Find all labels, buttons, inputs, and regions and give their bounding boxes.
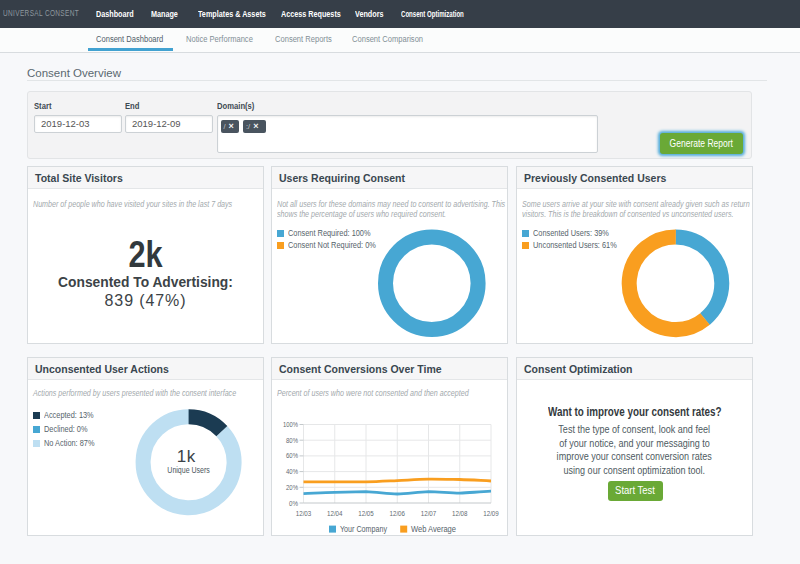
svg-text:Unique Users: Unique Users [167, 465, 210, 475]
svg-text:12/09: 12/09 [483, 509, 499, 518]
svg-text:12/03: 12/03 [296, 509, 312, 518]
svg-text:20%: 20% [286, 483, 298, 492]
svg-text:12/04: 12/04 [327, 509, 343, 518]
svg-text:Web Average: Web Average [411, 524, 456, 534]
svg-text:1k: 1k [177, 447, 196, 466]
svg-text:80%: 80% [286, 436, 298, 445]
svg-text:100%: 100% [283, 420, 298, 429]
svg-text:60%: 60% [286, 451, 298, 460]
svg-text:12/08: 12/08 [452, 509, 468, 518]
svg-text:12/05: 12/05 [358, 509, 374, 518]
svg-text:40%: 40% [286, 467, 298, 476]
svg-text:0%: 0% [289, 499, 298, 508]
svg-text:12/07: 12/07 [421, 509, 437, 518]
svg-text:12/06: 12/06 [390, 509, 406, 518]
svg-text:Your Company: Your Company [340, 524, 387, 534]
